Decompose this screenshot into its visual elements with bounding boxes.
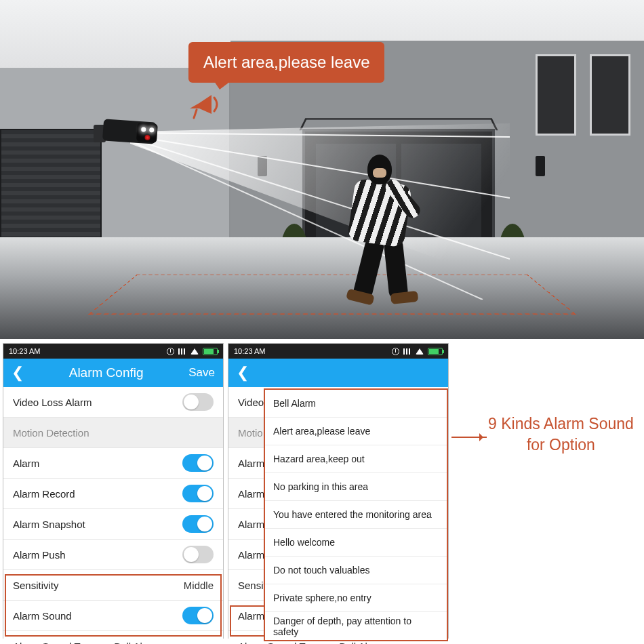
row-label: Video: [238, 397, 264, 408]
battery-icon: [428, 348, 443, 355]
callout-line2: for Option: [488, 435, 634, 456]
hero-scene: Alert area,please leave: [0, 0, 644, 339]
signal-icon: [178, 348, 186, 355]
alarm-sound-type-value: Bell Alarm: [114, 641, 160, 645]
toggle-video-loss[interactable]: [182, 393, 214, 411]
row-label: Sensitivity: [13, 580, 59, 591]
wall-light-icon: [258, 156, 267, 176]
back-button[interactable]: ❮: [12, 364, 24, 382]
row-label: Alarm Snapshot: [13, 519, 85, 530]
upper-window: [590, 54, 630, 136]
sensitivity-value: Middle: [184, 580, 214, 591]
section-label: Motion Detection: [13, 427, 89, 439]
dropdown-option[interactable]: Bell Alarm: [265, 390, 447, 418]
row-label: Motio: [238, 427, 263, 439]
row-alarm-push[interactable]: Alarm Push: [3, 540, 223, 570]
battery-icon: [203, 348, 218, 355]
status-icons: [167, 348, 218, 355]
phone-screenshot-1: 10:23 AM ❮ Alarm Config Save Video Loss …: [3, 343, 224, 639]
section-motion: Motion Detection: [3, 418, 223, 448]
row-label: Alarm: [238, 610, 264, 622]
row-label: Alarm: [13, 458, 39, 469]
signal-icon: [403, 348, 411, 355]
save-button[interactable]: Save: [188, 366, 215, 380]
row-label: Alarm: [238, 519, 264, 530]
toggle-alarm-push[interactable]: [182, 546, 214, 563]
dropdown-option[interactable]: No parking in this area: [265, 473, 447, 501]
back-button[interactable]: ❮: [237, 364, 249, 382]
row-label: Alarm: [238, 549, 264, 561]
nav-bar: ❮ Alarm Config Save: [3, 359, 223, 387]
wall-light-icon: [536, 156, 545, 176]
row-label: Sensit: [238, 580, 266, 591]
row-alarm-sound-type[interactable]: Alarm Sound Type Bell Alarm: [3, 631, 223, 644]
status-bar: 10:23 AM: [228, 344, 448, 359]
row-label: Alarm Sound Type: [13, 641, 96, 645]
row-alarm[interactable]: Alarm: [3, 448, 223, 479]
wifi-icon: [416, 348, 424, 355]
row-label: Alarm: [238, 488, 264, 500]
row-label: Alarm Push: [13, 549, 66, 561]
toggle-alarm-record[interactable]: [182, 485, 214, 502]
upper-window: [536, 54, 576, 136]
status-icons: [392, 348, 443, 355]
security-camera: [94, 115, 161, 148]
toggle-alarm-snapshot[interactable]: [182, 515, 214, 533]
status-time: 10:23 AM: [9, 347, 40, 355]
row-sensitivity[interactable]: Sensitivity Middle: [3, 570, 223, 601]
alarm-sound-dropdown[interactable]: Bell Alarm Alert area,please leave Hazar…: [264, 388, 448, 641]
row-label: Alarm: [238, 458, 264, 469]
phone-screenshot-2: 10:23 AM ❮ Video Motio Alarm Alarm Alarm: [228, 343, 449, 639]
row-label: Alarm Sound: [13, 610, 72, 622]
alarm-clock-icon: [167, 348, 174, 355]
row-label: Video Loss Alarm: [13, 397, 92, 408]
nav-title: Alarm Config: [69, 365, 144, 380]
detection-zone: [88, 275, 576, 315]
row-alarm-sound[interactable]: Alarm Sound: [3, 601, 223, 631]
arrow-icon: [451, 437, 487, 438]
status-bar: 10:23 AM: [3, 344, 223, 359]
dropdown-option[interactable]: Hazard area,keep out: [265, 445, 447, 473]
bottom-panel: 10:23 AM ❮ Alarm Config Save Video Loss …: [0, 339, 644, 644]
alarm-clock-icon: [392, 348, 399, 355]
status-time: 10:23 AM: [234, 347, 265, 355]
dropdown-option[interactable]: Alert area,please leave: [265, 418, 447, 445]
row-alarm-snapshot[interactable]: Alarm Snapshot: [3, 509, 223, 540]
dropdown-option[interactable]: Hello welcome: [265, 529, 447, 557]
callout-line1: 9 Kinds Alarm Sound: [488, 414, 634, 435]
callout-text: 9 Kinds Alarm Sound for Option: [488, 414, 634, 456]
dropdown-option[interactable]: You have entered the monitoring area: [265, 501, 447, 529]
speech-bubble: Alert area,please leave: [188, 42, 384, 83]
wifi-icon: [190, 348, 199, 355]
row-label: Alarm Record: [13, 488, 75, 500]
toggle-alarm-sound[interactable]: [182, 607, 214, 624]
intruder-figure: [338, 155, 426, 312]
row-video-loss[interactable]: Video Loss Alarm: [3, 387, 223, 418]
row-alarm-record[interactable]: Alarm Record: [3, 479, 223, 509]
nav-bar: ❮: [228, 359, 448, 387]
dropdown-option[interactable]: Do not touch valuables: [265, 557, 447, 584]
toggle-alarm[interactable]: [182, 454, 214, 472]
dropdown-option[interactable]: Private sphere,no entry: [265, 584, 447, 612]
dropdown-option[interactable]: Danger of depth, pay attention to safety: [265, 612, 447, 640]
